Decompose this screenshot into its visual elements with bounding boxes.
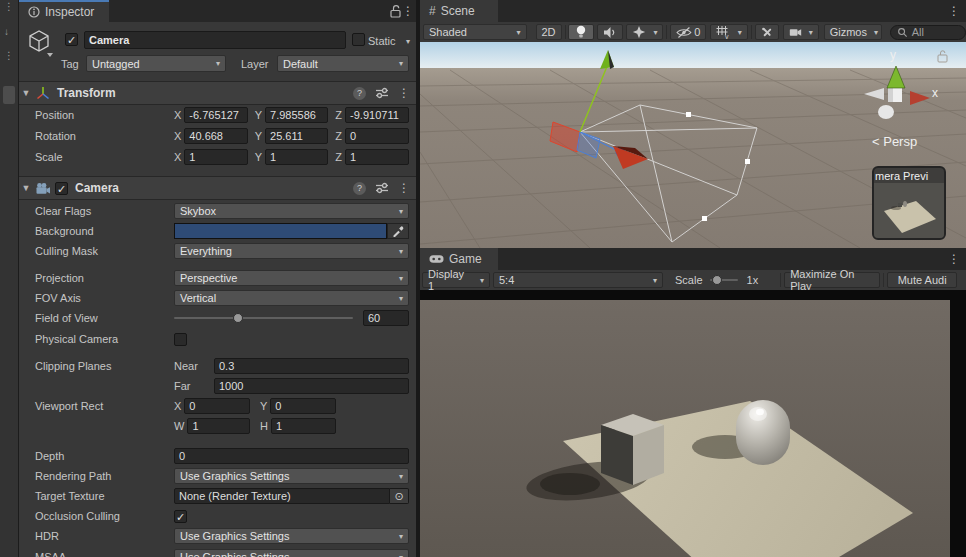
occlusion-culling-row: Occlusion Culling ✓ xyxy=(35,508,409,524)
depth-field[interactable]: 0 xyxy=(174,448,409,464)
help-icon[interactable]: ? xyxy=(353,87,366,100)
transform-header[interactable]: ▼ Transform ? ⋮ xyxy=(19,81,416,105)
scene-tools-button[interactable] xyxy=(755,24,779,40)
scale-y-field[interactable]: 1 xyxy=(265,149,328,165)
fov-axis-dropdown[interactable]: Vertical ▾ xyxy=(174,290,409,306)
gizmos-dropdown[interactable]: Gizmos ▾ xyxy=(824,24,882,40)
occlusion-culling-checkbox[interactable]: ✓ xyxy=(174,510,187,523)
kebab-menu-icon[interactable]: ⋮ xyxy=(4,1,14,12)
help-icon[interactable]: ? xyxy=(353,182,366,195)
game-viewport[interactable] xyxy=(420,290,966,557)
component-menu-icon[interactable]: ⋮ xyxy=(398,182,410,194)
camera-component-header[interactable]: ▼ ✓ Camera ? ⋮ xyxy=(19,176,416,200)
toolbar-separator xyxy=(883,273,884,287)
gamepad-icon xyxy=(429,254,444,264)
rotation-z-field[interactable]: 0 xyxy=(345,128,409,144)
camera-enabled-checkbox[interactable]: ✓ xyxy=(55,182,68,195)
game-toolbar: Display 1 ▾ 5:4 ▾ Scale 1x Maximize On P… xyxy=(420,270,966,291)
physical-camera-checkbox[interactable] xyxy=(174,333,187,346)
scale-z-field[interactable]: 1 xyxy=(345,149,409,165)
field-of-view-slider[interactable] xyxy=(174,317,353,319)
culling-mask-label: Culling Mask xyxy=(35,245,174,257)
display-dropdown[interactable]: Display 1 ▾ xyxy=(422,272,490,288)
lock-icon[interactable] xyxy=(389,4,402,18)
viewport-x-field[interactable]: 0 xyxy=(184,398,250,414)
viewport-y-field[interactable]: 0 xyxy=(270,398,336,414)
tag-dropdown[interactable]: Untagged ▾ xyxy=(86,55,226,72)
tag-label: Tag xyxy=(61,58,79,70)
hidden-objects-button[interactable]: 0 xyxy=(670,24,706,40)
static-dropdown-icon[interactable]: ▾ xyxy=(406,37,410,46)
info-icon xyxy=(28,6,40,18)
component-menu-icon[interactable]: ⋮ xyxy=(398,87,410,99)
background-color-swatch[interactable] xyxy=(174,223,387,239)
viewport-y-value: 0 xyxy=(275,400,281,412)
scene-search-input[interactable]: All xyxy=(890,25,966,40)
gizmo-x-axis-label[interactable]: x xyxy=(932,86,938,100)
position-z-field[interactable]: -9.910711 xyxy=(345,107,409,123)
hdr-dropdown[interactable]: Use Graphics Settings ▾ xyxy=(174,528,409,544)
rotation-y-field[interactable]: 25.611 xyxy=(265,128,328,144)
kebab-menu-icon[interactable]: ⋮ xyxy=(4,50,14,61)
tab-scene[interactable]: # Scene xyxy=(420,0,498,22)
layer-dropdown[interactable]: Default ▾ xyxy=(277,55,409,72)
scene-viewport[interactable]: y x < Persp mera Previ xyxy=(420,42,966,248)
position-y-field[interactable]: 7.985586 xyxy=(265,107,328,123)
far-field[interactable]: 1000 xyxy=(214,378,409,394)
scene-effects-dropdown[interactable]: ▾ xyxy=(626,24,663,40)
tab-inspector[interactable]: Inspector xyxy=(19,0,109,22)
maximize-on-play-label: Maximize On Play xyxy=(790,268,874,292)
object-picker-icon[interactable]: ⊙ xyxy=(390,488,409,504)
eyedropper-button[interactable] xyxy=(387,223,409,239)
scale-value: 1x xyxy=(747,274,759,286)
slider-handle[interactable] xyxy=(233,313,243,323)
rotation-x-field[interactable]: 40.668 xyxy=(184,128,247,144)
presets-icon[interactable] xyxy=(375,87,389,99)
scale-x-field[interactable]: 1 xyxy=(184,149,247,165)
target-texture-object-field[interactable]: None (Render Texture) ⊙ xyxy=(174,488,409,504)
static-label: Static xyxy=(368,35,396,47)
presets-icon[interactable] xyxy=(375,182,389,194)
dock-handle[interactable] xyxy=(3,86,15,104)
scene-menu-icon[interactable]: ⋮ xyxy=(948,5,960,17)
padlock-open-icon xyxy=(389,4,402,18)
foldout-icon[interactable]: ▼ xyxy=(19,183,33,193)
game-menu-icon[interactable]: ⋮ xyxy=(948,253,960,265)
viewport-h-field[interactable]: 1 xyxy=(271,418,336,434)
near-field[interactable]: 0.3 xyxy=(214,358,409,374)
gizmo-y-axis-label[interactable]: y xyxy=(890,48,896,62)
viewport-w-field[interactable]: 1 xyxy=(187,418,250,434)
clear-flags-dropdown[interactable]: Skybox ▾ xyxy=(174,203,409,219)
tab-game[interactable]: Game xyxy=(420,248,498,270)
maximize-on-play-button[interactable]: Maximize On Play xyxy=(784,272,880,288)
mute-audio-button[interactable]: Mute Audi xyxy=(887,272,957,288)
rendering-path-dropdown[interactable]: Use Graphics Settings ▾ xyxy=(174,468,409,484)
projection-dropdown[interactable]: Perspective ▾ xyxy=(174,270,409,286)
toggle-2d-button[interactable]: 2D xyxy=(536,24,562,40)
scene-lighting-button[interactable] xyxy=(568,24,594,40)
scene-camera-dropdown[interactable]: ▾ xyxy=(783,24,819,40)
gameobject-name-field[interactable]: Camera xyxy=(84,31,346,49)
slider-handle[interactable] xyxy=(712,275,722,285)
persp-toggle[interactable]: < Persp xyxy=(872,134,917,149)
shading-mode-dropdown[interactable]: Shaded ▾ xyxy=(423,24,527,40)
down-arrow-icon[interactable]: ↓ xyxy=(4,26,9,37)
culling-mask-dropdown[interactable]: Everything ▾ xyxy=(174,243,409,259)
foldout-icon[interactable]: ▼ xyxy=(19,88,33,98)
aspect-ratio-dropdown[interactable]: 5:4 ▾ xyxy=(493,272,663,288)
gameobject-active-checkbox[interactable]: ✓ xyxy=(65,33,78,46)
static-checkbox[interactable] xyxy=(352,33,365,46)
clear-flags-value: Skybox xyxy=(180,205,216,217)
viewport-w-value: 1 xyxy=(192,420,198,432)
game-scale-slider[interactable] xyxy=(710,279,738,281)
scene-audio-button[interactable] xyxy=(597,24,623,40)
position-x-field[interactable]: -6.765127 xyxy=(184,107,247,123)
transform-icon xyxy=(35,85,51,101)
field-of-view-field[interactable]: 60 xyxy=(363,310,409,326)
scene-grid-dropdown[interactable]: y ▾ xyxy=(710,24,747,40)
msaa-dropdown[interactable]: Use Graphics Settings ▾ xyxy=(174,549,409,557)
scale-y-value: 1 xyxy=(270,151,276,163)
viewport-rect-label: Viewport Rect xyxy=(35,400,174,412)
inspector-menu-icon[interactable]: ⋮ xyxy=(402,5,414,17)
gameobject-cube-icon[interactable] xyxy=(27,29,53,57)
